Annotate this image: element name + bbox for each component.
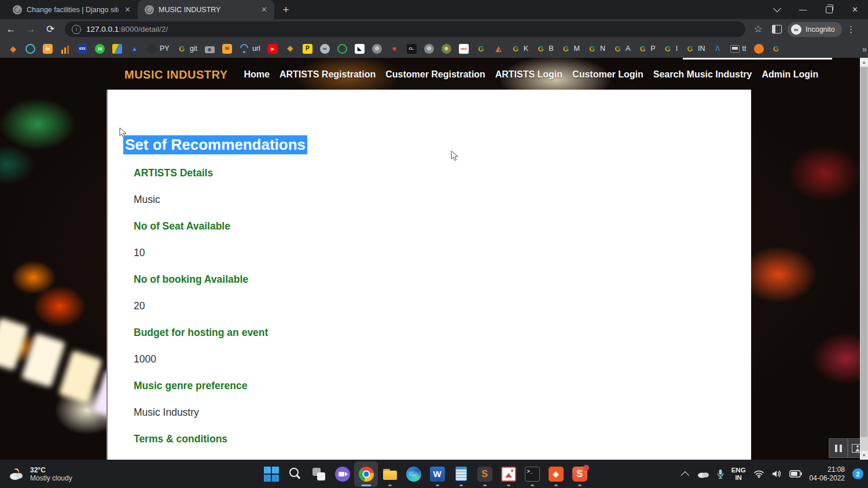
bookmark-item[interactable] <box>205 45 215 53</box>
bookmark-item[interactable]: G <box>476 44 486 54</box>
bookmark-item[interactable]: ⊕ <box>424 44 434 54</box>
tab-title: Change facilities | Django site ad <box>27 6 119 14</box>
nav-link[interactable]: Home <box>244 69 269 80</box>
bookmark-item[interactable]: G IN <box>685 44 705 54</box>
chat-app-button[interactable] <box>330 461 354 487</box>
quick-launcher-button[interactable]: ◈ <box>544 461 568 487</box>
maximize-button[interactable] <box>816 0 842 19</box>
sublime-text-button[interactable]: S <box>473 461 496 487</box>
terminal-button[interactable]: >_ <box>520 461 544 487</box>
clock[interactable]: 21:08 04-06-2022 <box>810 465 845 483</box>
scroll-down-icon[interactable]: ▼ <box>860 451 868 460</box>
bookmark-item[interactable] <box>25 44 35 54</box>
bookmark-star-icon[interactable]: ☆ <box>750 23 766 35</box>
bookmark-item[interactable]: G P <box>638 44 655 54</box>
scroll-thumb[interactable] <box>860 67 867 437</box>
menu-icon[interactable]: ⋮ <box>844 24 858 35</box>
tab-music-industry[interactable]: MUSIC INDUSTRY ✕ <box>138 0 274 19</box>
bookmark-item[interactable] <box>60 44 70 54</box>
bookmark-item[interactable]: G N <box>587 44 605 54</box>
bookmark-item[interactable]: ◆ <box>8 44 18 54</box>
bookmark-item[interactable] <box>754 44 764 54</box>
bookmark-item[interactable]: G git <box>177 44 197 54</box>
screenpresso-button[interactable]: S <box>568 461 591 487</box>
bookmark-item[interactable]: url <box>240 44 260 54</box>
onedrive-cloud-icon[interactable] <box>697 470 709 478</box>
bookmark-item[interactable]: G A <box>613 44 630 54</box>
tray-date: 04-06-2022 <box>810 474 845 483</box>
site-info-icon[interactable]: i <box>72 25 81 34</box>
content-row: 10 <box>134 239 268 266</box>
wifi-icon[interactable] <box>753 469 764 478</box>
chrome-button[interactable] <box>354 461 378 487</box>
microphone-icon[interactable] <box>717 469 724 479</box>
close-button[interactable]: ✕ <box>842 0 868 19</box>
youtube-icon: ▶ <box>268 44 278 54</box>
image-viewer-button[interactable] <box>496 461 520 487</box>
tab-django-admin[interactable]: Change facilities | Django site ad ✕ <box>6 0 138 19</box>
bookmark-item[interactable]: ⊕ <box>372 44 382 54</box>
forward-button[interactable]: → <box>22 21 39 38</box>
bookmark-item[interactable]: P <box>303 44 312 54</box>
side-panel-icon[interactable] <box>772 25 782 34</box>
new-tab-button[interactable]: + <box>278 2 294 18</box>
pause-recording-button[interactable] <box>829 438 848 458</box>
edge-button[interactable] <box>402 461 425 487</box>
language-indicator[interactable]: ENG IN <box>731 467 746 482</box>
notepad-button[interactable] <box>449 461 473 487</box>
bookmark-item[interactable]: ▲ <box>130 44 139 54</box>
bookmark-item[interactable]: G B <box>536 44 553 54</box>
bookmark-item[interactable]: PY <box>147 44 170 54</box>
task-view-button[interactable] <box>307 461 330 487</box>
scroll-up-icon[interactable]: ▲ <box>860 58 868 66</box>
bookmark-item[interactable]: G <box>771 44 781 54</box>
search-button[interactable] <box>283 461 307 487</box>
bookmarks-overflow-icon[interactable]: » <box>862 44 868 54</box>
battery-icon[interactable] <box>789 470 802 478</box>
bookmark-item[interactable]: Gi <box>43 44 53 54</box>
content-row: Music <box>134 186 268 213</box>
bookmark-item[interactable]: ◣ <box>355 44 365 54</box>
nav-link[interactable]: Customer Login <box>572 69 643 80</box>
bookmark-item[interactable]: M <box>222 44 232 54</box>
nav-link[interactable]: Admin Login <box>762 69 818 80</box>
tab-close-icon[interactable]: ✕ <box>260 5 269 14</box>
tray-chevron-icon[interactable] <box>681 471 689 479</box>
weather-widget[interactable]: 32°C Mostly cloudy <box>8 466 72 482</box>
minimize-button[interactable]: — <box>790 0 816 19</box>
address-bar[interactable]: i 127.0.0.1:8000/detail/2/ <box>65 21 745 37</box>
wifi-url-icon <box>240 44 249 54</box>
word-button[interactable]: W <box>425 461 449 487</box>
bookmark-item[interactable]: G M <box>561 44 579 54</box>
tab-search-chevron-icon[interactable] <box>764 0 790 19</box>
bookmark-item[interactable]: ∞ <box>320 44 330 54</box>
back-button[interactable]: ← <box>2 21 20 38</box>
nav-link[interactable]: ARTISTS Registration <box>279 69 376 80</box>
reload-button[interactable]: ⟳ <box>42 21 59 38</box>
nav-link[interactable]: Customer Registration <box>385 69 485 80</box>
bookmark-item[interactable]: ◉ <box>442 44 451 54</box>
nav-link[interactable]: Search Music Industry <box>653 69 752 80</box>
bookmark-item[interactable]: nied <box>459 44 469 54</box>
notification-badge[interactable]: 2 <box>852 468 863 479</box>
tab-close-icon[interactable]: ✕ <box>123 5 132 14</box>
bookmark-item[interactable] <box>112 44 122 54</box>
scrollbar[interactable]: ▲ ▼ <box>860 58 868 460</box>
bookmark-item[interactable]: ▶ <box>268 44 278 54</box>
bookmark-item[interactable]: G I <box>663 44 678 54</box>
volume-icon[interactable] <box>772 469 782 478</box>
bookmark-item[interactable]: Λ <box>713 44 723 54</box>
bookmark-item[interactable]: IEEE <box>78 44 87 54</box>
bookmark-item[interactable]: G K <box>511 44 528 54</box>
google-b-icon: G <box>536 44 546 54</box>
bookmark-item[interactable] <box>337 44 347 54</box>
nav-link[interactable]: ARTISTS Login <box>495 69 562 80</box>
bookmark-item[interactable]: ❖ <box>285 44 295 54</box>
bookmark-item[interactable]: tt <box>730 45 746 53</box>
bookmark-item[interactable]: ◭ <box>494 44 503 54</box>
bookmark-item[interactable]: ♥ <box>389 44 399 54</box>
start-button[interactable] <box>259 461 283 487</box>
bookmark-item[interactable]: CL. <box>407 44 417 54</box>
bookmark-item[interactable]: 16 <box>95 44 105 54</box>
file-explorer-button[interactable] <box>378 461 402 487</box>
